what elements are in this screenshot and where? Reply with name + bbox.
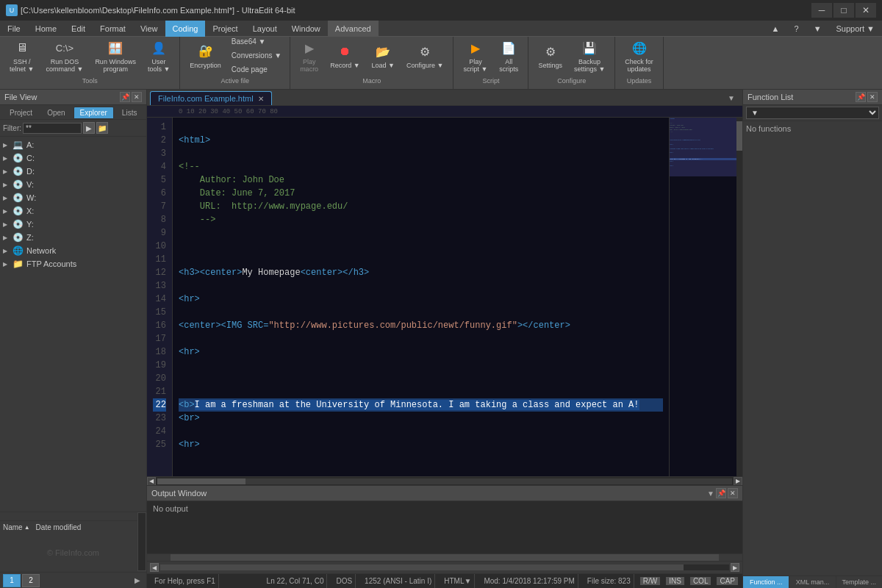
settings-button[interactable]: ⚙ Settings (533, 40, 567, 72)
ruler-content: 0 10 20 30 40 50 60 70 80 (179, 108, 278, 115)
code-line-10 (179, 240, 663, 253)
tree-item-z[interactable]: ▶ 💿 Z: (0, 231, 146, 244)
expand-w: ▶ (3, 195, 10, 201)
right-panel-pin[interactable]: 📌 (856, 92, 866, 102)
run-dos-button[interactable]: C:\> Run DOScommand ▼ (40, 37, 88, 76)
encryption-button[interactable]: 🔐 Encryption (184, 40, 226, 72)
tree-item-c[interactable]: ▶ 💿 C: (0, 151, 146, 165)
tree-item-network[interactable]: ▶ 🌐 Network (0, 244, 146, 257)
page-tabs-scroll[interactable]: ▶ (132, 576, 143, 584)
ssh-telnet-button[interactable]: 🖥 SSH /telnet ▼ (4, 37, 39, 76)
tree-item-x[interactable]: ▶ 💿 X: (0, 204, 146, 218)
minimap-scrollbar[interactable] (736, 118, 742, 476)
all-scripts-button[interactable]: 📄 Allscripts (494, 37, 523, 76)
status-rw: R/W (640, 577, 660, 585)
tab-project[interactable]: Project (3, 107, 39, 119)
menu-support[interactable]: Support ▼ (829, 21, 882, 37)
scroll-right-btn[interactable]: ▶ (734, 477, 742, 486)
menu-format[interactable]: Format (93, 21, 133, 37)
label-a: A: (26, 140, 34, 149)
menu-layout[interactable]: Layout (245, 21, 284, 37)
code-editor[interactable]: <html> <!-- Author: John Doe Date: June … (173, 118, 669, 476)
menu-edit[interactable]: Edit (64, 21, 93, 37)
menu-up-arrow[interactable]: ▲ (764, 21, 787, 37)
tree-item-w[interactable]: ▶ 💿 W: (0, 191, 146, 204)
h-scroll-track (157, 478, 732, 484)
output-nav-right[interactable]: ▶ (731, 563, 739, 572)
menu-window[interactable]: Window (284, 21, 328, 37)
menu-home[interactable]: Home (28, 21, 64, 37)
backup-settings-button[interactable]: 💾 Backupsettings ▼ (569, 37, 610, 76)
h-scrollbar[interactable]: ◀ ▶ (147, 476, 742, 485)
user-tools-button[interactable]: 👤 Usertools ▼ (143, 37, 175, 76)
output-close[interactable]: ✕ (728, 488, 738, 498)
restore-button[interactable]: □ (833, 3, 854, 18)
tree-item-d[interactable]: ▶ 💿 D: (0, 165, 146, 178)
configure-macro-button[interactable]: ⚙ Configure ▼ (401, 40, 448, 72)
output-scrollbar[interactable] (147, 553, 742, 561)
menu-view[interactable]: View (133, 21, 165, 37)
right-tab-template[interactable]: Template ... (836, 576, 882, 588)
editor-tab-fileinfo[interactable]: FileInfo.com Example.html ✕ (150, 91, 272, 105)
play-macro-button[interactable]: ▶ Playmacro (295, 37, 323, 76)
right-panel-header-btns: 📌 ✕ (856, 92, 878, 102)
filter-input[interactable] (23, 123, 82, 134)
right-tab-xml[interactable]: XML man... (789, 576, 836, 588)
sort-name-label: Name (3, 523, 23, 531)
sort-date[interactable]: Date modified (36, 523, 82, 531)
tree-item-a[interactable]: ▶ 💻 A: (0, 138, 146, 151)
user-label: Usertools ▼ (148, 58, 170, 73)
play-script-button[interactable]: ▶ Playscript ▼ (458, 37, 492, 76)
menu-file[interactable]: File (0, 21, 28, 37)
page-tab-1[interactable]: 1 (3, 574, 21, 587)
menu-down-arrow[interactable]: ▼ (806, 21, 829, 37)
editor-tab-scroll[interactable]: ▼ (723, 94, 739, 102)
tab-lists[interactable]: Lists (115, 107, 144, 119)
tree-item-y[interactable]: ▶ 💿 Y: (0, 218, 146, 231)
sort-name[interactable]: Name ▲ (3, 523, 30, 531)
file-panel-scroll[interactable] (0, 512, 146, 520)
code-line-14: <hr> (179, 293, 663, 306)
right-panel-close[interactable]: ✕ (867, 92, 878, 102)
output-nav-thumb (160, 564, 684, 570)
scroll-thumb (137, 512, 146, 571)
tab-open[interactable]: Open (40, 107, 71, 119)
filter-folder-btn[interactable]: 📁 (96, 122, 108, 134)
menu-advanced[interactable]: Advanced (328, 21, 379, 37)
run-windows-button[interactable]: 🪟 Run Windowsprogram (90, 37, 141, 76)
function-dropdown[interactable]: ▼ (743, 105, 882, 121)
status-filesize: File size: 823 (584, 574, 634, 588)
tree-item-v[interactable]: ▶ 💿 V: (0, 178, 146, 191)
right-tab-function[interactable]: Function ... (743, 576, 789, 588)
output-nav-left[interactable]: ◀ (150, 563, 159, 572)
label-x: X: (26, 207, 34, 215)
load-macro-button[interactable]: 📂 Load ▼ (367, 40, 400, 72)
icon-a: 💻 (12, 140, 24, 150)
output-dropdown[interactable]: ▼ (707, 490, 714, 498)
ln-20: 20 (153, 372, 166, 385)
codepage-button[interactable]: Code page (228, 63, 285, 76)
update-label: Check forupdates (625, 58, 653, 73)
menu-help[interactable]: ? (787, 21, 806, 37)
function-select[interactable]: ▼ (746, 107, 879, 119)
ln-14: 14 (153, 293, 166, 306)
output-text: No output (153, 504, 188, 513)
scroll-left-btn[interactable]: ◀ (147, 477, 156, 486)
file-panel-close[interactable]: ✕ (132, 92, 142, 102)
conversions-button[interactable]: Conversions ▼ (228, 49, 285, 62)
minimize-button[interactable]: ─ (811, 3, 832, 18)
check-updates-button[interactable]: 🌐 Check forupdates (620, 37, 659, 76)
output-pin[interactable]: 📌 (716, 488, 726, 498)
menu-project[interactable]: Project (205, 21, 245, 37)
record-button[interactable]: ⏺ Record ▼ (325, 40, 365, 72)
page-tab-2[interactable]: 2 (22, 574, 40, 587)
filter-go-btn[interactable]: ▶ (83, 122, 95, 134)
editor-tab-close[interactable]: ✕ (258, 95, 264, 103)
close-button[interactable]: ✕ (856, 3, 876, 18)
tree-item-ftp[interactable]: ▶ 📁 FTP Accounts (0, 257, 146, 270)
output-header: Output Window ▼ 📌 ✕ (147, 486, 742, 501)
menu-coding[interactable]: Coding (165, 21, 206, 37)
file-panel-pin[interactable]: 📌 (120, 92, 130, 102)
base64-button[interactable]: Base64 ▼ (228, 37, 285, 48)
tab-explorer[interactable]: Explorer (74, 107, 114, 119)
